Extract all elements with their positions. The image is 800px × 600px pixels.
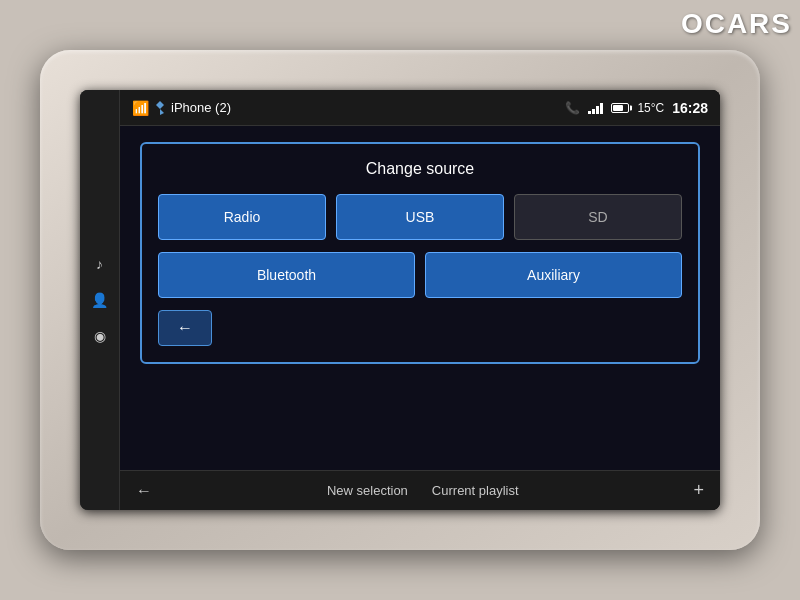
dialog-area: Change source Radio USB SD Bluetooth Aux… xyxy=(120,126,720,470)
bluetooth-status-icon: 📶 xyxy=(132,100,149,116)
bottom-back-button[interactable]: ← xyxy=(136,482,152,500)
car-bezel: ♪ 👤 ◉ 📶 iPhone (2) 📞 xyxy=(40,50,760,550)
signal-bars xyxy=(588,102,603,114)
sd-button[interactable]: SD xyxy=(514,194,682,240)
status-right: 📞 15°C 16:28 xyxy=(565,100,708,116)
new-selection-button[interactable]: New selection xyxy=(327,483,408,498)
usb-button[interactable]: USB xyxy=(336,194,504,240)
bottom-nav-items: New selection Current playlist xyxy=(327,483,519,498)
clock-display: 16:28 xyxy=(672,100,708,116)
main-content: 📶 iPhone (2) 📞 xyxy=(120,90,720,510)
ocars-watermark: OCARS xyxy=(681,8,792,40)
auxiliary-button[interactable]: Auxiliary xyxy=(425,252,682,298)
back-button[interactable]: ← xyxy=(158,310,212,346)
change-source-dialog: Change source Radio USB SD Bluetooth Aux… xyxy=(140,142,700,364)
sidebar: ♪ 👤 ◉ xyxy=(80,90,120,510)
music-icon[interactable]: ♪ xyxy=(96,256,103,272)
temperature-label: 15°C xyxy=(637,101,664,115)
current-playlist-button[interactable]: Current playlist xyxy=(432,483,519,498)
bottom-bar: ← New selection Current playlist + xyxy=(120,470,720,510)
disc-icon[interactable]: ◉ xyxy=(94,328,106,344)
source-grid-row2: Bluetooth Auxiliary xyxy=(158,252,682,298)
plus-button[interactable]: + xyxy=(693,480,704,501)
phone-icon: 📞 xyxy=(565,101,580,115)
status-left: 📶 iPhone (2) xyxy=(132,100,231,116)
radio-button[interactable]: Radio xyxy=(158,194,326,240)
infotainment-screen: ♪ 👤 ◉ 📶 iPhone (2) 📞 xyxy=(80,90,720,510)
bluetooth-button[interactable]: Bluetooth xyxy=(158,252,415,298)
status-bar: 📶 iPhone (2) 📞 xyxy=(120,90,720,126)
person-icon[interactable]: 👤 xyxy=(91,292,108,308)
device-label: iPhone (2) xyxy=(171,100,231,115)
bluetooth-icon xyxy=(155,101,165,115)
battery-icon xyxy=(611,103,629,113)
dialog-title: Change source xyxy=(158,160,682,178)
source-grid-row1: Radio USB SD xyxy=(158,194,682,240)
